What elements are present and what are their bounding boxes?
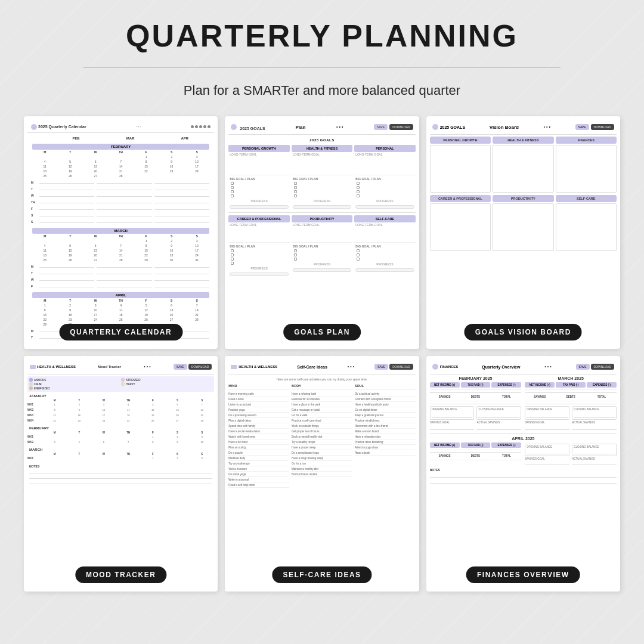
- finance-logo: FINANCES: [432, 364, 459, 370]
- vision-title-productivity: PRODUCTIVITY: [494, 197, 552, 200]
- goals-col-health: HEALTH & FITNESS LONG-TERM GOAL BIG GOAL…: [292, 145, 352, 210]
- vision-block-personal: PERSONAL GROWTH: [430, 137, 491, 144]
- goal-input-2: [292, 157, 352, 175]
- goals-check-2: [228, 185, 289, 190]
- progress-bar-3: [355, 205, 414, 209]
- mood-feb-cal: MTWTHFSS WK1 123 WK2 45678910: [27, 431, 214, 445]
- quarterly-calendar-card: 2025 Quarterly Calendar ··· FEB MA: [24, 116, 218, 349]
- finance-feb-data: [430, 388, 522, 391]
- top-row: 2025 Quarterly Calendar ··· FEB MA: [24, 116, 620, 349]
- checkbox-3[interactable]: [231, 190, 234, 193]
- finance-apr-grid: NET INCOME (+) TAX PAID (-) EXPENSES (-): [430, 442, 617, 465]
- goals-save-btn[interactable]: SAVE: [374, 124, 388, 130]
- vision-col-finances: FINANCES: [556, 137, 617, 193]
- selfcare-body-item-15: Maintain a healthy diet: [292, 466, 352, 472]
- vision-save-btn[interactable]: SAVE: [575, 124, 589, 130]
- goals-longterm-3: LONG-TERM GOAL: [354, 152, 415, 157]
- checkbox-1[interactable]: [231, 182, 234, 185]
- goals-col-header-health: HEALTH & FITNESS: [292, 145, 352, 152]
- selfcare-soul-item-2: Connect with a longtime friend: [355, 397, 416, 402]
- goals-check-3: [228, 190, 289, 194]
- goals-progress-3: PROGRESS: [354, 198, 415, 204]
- vision-block-health: HEALTH & FITNESS: [493, 137, 553, 144]
- selfcare-mind-item-10: Have a fun hour: [228, 439, 289, 445]
- selfcare-header: HEALTH & WELLNESS Self-Care Ideas ··· SA…: [228, 360, 415, 374]
- self-care-ideas-card: HEALTH & WELLNESS Self-Care Ideas ··· SA…: [225, 356, 419, 592]
- vision-col-personal: PERSONAL GROWTH: [430, 137, 491, 193]
- selfcare-body-item-10: Try a healthy recipe: [292, 439, 352, 445]
- vision-bottom-row: CAREER & PROFESSIONAL PRODUCTIVITY: [430, 195, 617, 251]
- selfcare-cols: MIND Have a morning calm Read a book Lis…: [228, 384, 415, 488]
- selfcare-soul-header: SOUL: [355, 384, 416, 389]
- stressed-dot: [121, 378, 125, 382]
- self-care-ideas-label: SELF-CARE IDEAS: [272, 566, 371, 583]
- goals-download-btn[interactable]: DOWNLOAD: [389, 124, 413, 130]
- finance-feb-totals: SAVINGS DEBTS TOTAL: [430, 395, 522, 399]
- week-row-7: S: [30, 220, 212, 225]
- selfcare-body-item-13: Have a long relaxing sleep: [292, 456, 352, 461]
- mood-feb-name: FEBRUARY: [27, 426, 214, 431]
- goals-small-1: BIG GOAL / PLAN: [228, 177, 289, 181]
- finance-mar-balance: OPENING BALANCE CLOSING BALANCE: [525, 406, 617, 420]
- mood-legend: ANXIOUS STRESSED CALM HAPPY: [27, 376, 214, 392]
- mood-mar-name: MARCH: [27, 447, 214, 452]
- mini-cal-apr-header: APRIL: [32, 292, 209, 298]
- vision-header: 2025 GOALS Vision Board ··· SAVE DOWNLOA…: [430, 120, 617, 135]
- selfcare-logo: HEALTH & WELLNESS: [231, 365, 277, 369]
- goals-col-header-personal: PERSONAL GROWTH: [228, 145, 289, 152]
- finance-apr-balance: OPENING BALANCE CLOSING BALANCE: [525, 444, 617, 456]
- selfcare-mind-item-16: Do some yoga: [228, 472, 289, 477]
- goals-col-header-productivity: PRODUCTIVITY: [292, 215, 352, 222]
- vision-download-btn[interactable]: DOWNLOAD: [591, 124, 614, 130]
- week-row: M: [30, 181, 212, 186]
- card-content: 2025 Quarterly Calendar ··· FEB MA: [24, 116, 218, 349]
- selfcare-soul-item-4: Go on digital detox: [355, 407, 416, 413]
- card-content: HEALTH & WELLNESS Self-Care Ideas ··· SA…: [225, 356, 419, 592]
- goals-col-career: CAREER & PROFESSIONAL LONG-TERM GOAL BIG…: [228, 215, 289, 277]
- checkbox-2[interactable]: [231, 186, 234, 189]
- finance-download-btn[interactable]: DOWNLOAD: [591, 364, 614, 370]
- finance-apr: APRIL 2025 NET INCOME (+) TAX PAID (-) E…: [430, 433, 617, 465]
- finance-feb-month: FEBRUARY 2025: [430, 376, 522, 380]
- finances-overview-card: FINANCES Quarterly Overview ··· SAVE DOW…: [426, 356, 620, 592]
- goals-plan-card: 2025 GOALS Plan ··· SAVE DOWNLOAD 2025 G…: [225, 116, 419, 349]
- selfcare-body-header: BODY: [292, 384, 352, 389]
- vision-col-health: HEALTH & FITNESS: [493, 137, 553, 193]
- month-mar: MAR: [103, 137, 157, 140]
- mini-cal-mar-header: MARCH: [32, 228, 209, 234]
- goals-btns: SAVE DOWNLOAD: [374, 124, 413, 130]
- finance-btns: SAVE DOWNLOAD: [576, 364, 614, 370]
- finance-mar-savings: SAVINGS GOAL ACTUAL SAVINGS: [525, 421, 617, 430]
- selfcare-mind-item-8: Have a social media detox: [228, 429, 289, 434]
- vision-btns: SAVE DOWNLOAD: [575, 124, 614, 130]
- mood-note-line-2: [29, 474, 212, 479]
- progress-bar-1: [230, 205, 288, 209]
- selfcare-body-item-6: Practice a self-care ritual: [292, 418, 352, 423]
- goals-logo-icon: [231, 124, 237, 130]
- month-feb: FEB: [49, 137, 103, 140]
- selfcare-download-btn[interactable]: DOWNLOAD: [389, 364, 413, 370]
- goals-col-header-selfcare: SELF-CARE: [354, 215, 415, 222]
- week-row-6: S: [30, 213, 212, 219]
- day-s2: S: [184, 150, 209, 154]
- selfcare-body-item-7: Work on outside things: [292, 423, 352, 429]
- selfcare-logo-icon: [231, 365, 237, 369]
- bottom-row: HEALTH & WELLNESS Mood Tracker ··· SAVE …: [24, 356, 620, 592]
- selfcare-save-btn[interactable]: SAVE: [374, 364, 388, 370]
- mood-tracker-card: HEALTH & WELLNESS Mood Tracker ··· SAVE …: [24, 356, 218, 592]
- finance-feb: FEBRUARY 2025 NET INCOME (+) TAX PAID (-…: [430, 376, 522, 430]
- mood-save-btn[interactable]: SAVE: [174, 364, 187, 370]
- finance-header: FINANCES Quarterly Overview ··· SAVE DOW…: [430, 360, 617, 374]
- goals-section1-row: PERSONAL GROWTH LONG-TERM GOAL BIG GOAL …: [228, 145, 415, 210]
- mood-tracker-label: MOOD TRACKER: [75, 566, 166, 583]
- selfcare-body-item-16: Build a fitness routine: [292, 472, 352, 477]
- vision-title-personal: PERSONAL GROWTH: [431, 138, 490, 142]
- qcal-body: FEBRUARY M T W TH F S S 123 45678910: [27, 144, 214, 341]
- finance-apr-left: NET INCOME (+) TAX PAID (-) EXPENSES (-): [430, 442, 522, 465]
- progress-bar-2: [293, 205, 351, 209]
- checkbox-4[interactable]: [231, 194, 234, 197]
- qcal-months-header: FEB MAR APR: [27, 135, 214, 141]
- finance-save-btn[interactable]: SAVE: [576, 364, 590, 370]
- selfcare-soul-item-3: Have a healthy potluck party: [355, 402, 416, 407]
- mood-download-btn[interactable]: DOWNLOAD: [188, 364, 212, 370]
